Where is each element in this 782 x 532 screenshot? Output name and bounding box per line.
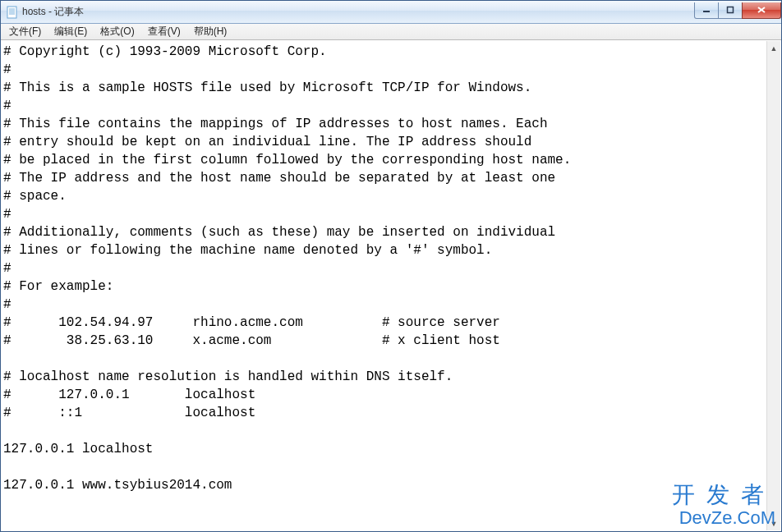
notepad-icon — [6, 6, 19, 19]
menu-help[interactable]: 帮助(H) — [187, 23, 234, 40]
editor-area: # Copyright (c) 1993-2009 Microsoft Corp… — [1, 40, 781, 531]
vertical-scrollbar[interactable]: ▲ ▼ — [766, 41, 780, 530]
menu-file[interactable]: 文件(F) — [2, 23, 48, 40]
scroll-up-arrow-icon[interactable]: ▲ — [767, 41, 780, 55]
close-button[interactable] — [742, 2, 781, 19]
scroll-down-arrow-icon[interactable]: ▼ — [767, 516, 780, 530]
window-title: hosts - 记事本 — [22, 5, 695, 19]
scroll-track[interactable] — [767, 55, 780, 516]
window-controls — [695, 2, 781, 19]
menu-view[interactable]: 查看(V) — [141, 23, 187, 40]
menubar: 文件(F) 编辑(E) 格式(O) 查看(V) 帮助(H) — [1, 24, 781, 40]
editor-text[interactable]: # Copyright (c) 1993-2009 Microsoft Corp… — [3, 43, 766, 529]
maximize-button[interactable] — [718, 2, 743, 19]
titlebar[interactable]: hosts - 记事本 — [1, 1, 781, 24]
svg-rect-6 — [728, 7, 734, 13]
minimize-button[interactable] — [694, 2, 719, 19]
app-window: hosts - 记事本 文件(F) 编辑(E) 格式(O) 查看(V) 帮助(H… — [0, 0, 782, 532]
menu-edit[interactable]: 编辑(E) — [48, 23, 94, 40]
menu-format[interactable]: 格式(O) — [94, 23, 140, 40]
